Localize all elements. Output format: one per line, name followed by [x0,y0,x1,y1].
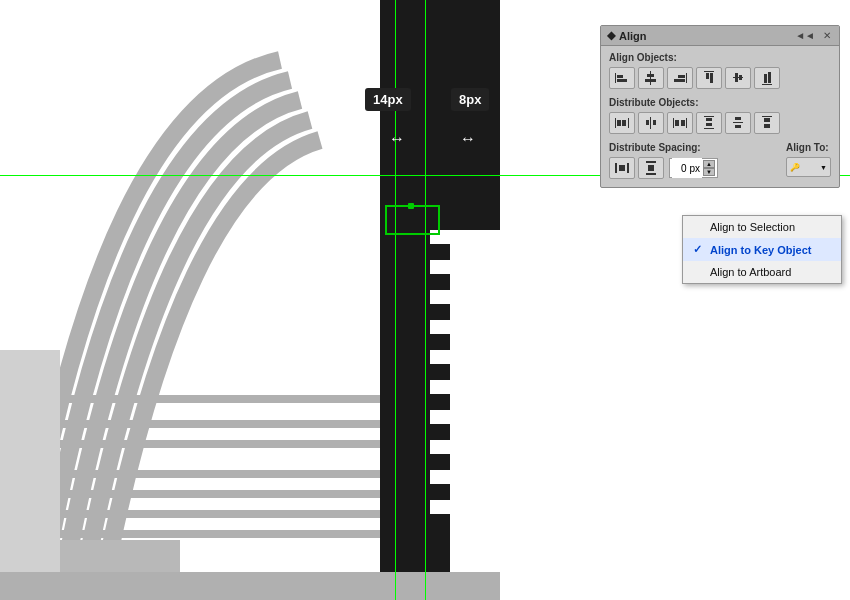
dist-center-v-button[interactable] [725,112,751,134]
svg-rect-33 [704,71,714,72]
align-to-dropdown-menu: Align to Selection ✓ Align to Key Object… [682,215,842,284]
panel-titlebar: ◆ Align ◄◄ ✕ [601,26,839,46]
align-to-icon: 🔑 [790,163,800,172]
align-bottom-button[interactable] [754,67,780,89]
svg-rect-18 [430,410,500,424]
svg-rect-28 [647,74,654,77]
distribute-objects-label: Distribute Objects: [609,97,831,108]
svg-rect-31 [678,75,685,78]
arrow-indicator-8: ↔ [453,130,483,148]
dist-space-h-button[interactable] [609,157,635,179]
align-to-dropdown[interactable]: 🔑 ▼ [786,157,831,177]
svg-rect-43 [617,120,621,126]
svg-rect-6 [10,420,380,428]
align-right-button[interactable] [667,67,693,89]
dropdown-label-key-object: Align to Key Object [710,244,811,256]
spin-up-button[interactable]: ▲ [703,160,715,168]
align-center-v-button[interactable] [725,67,751,89]
svg-rect-65 [619,165,625,171]
svg-rect-14 [430,290,500,304]
svg-rect-53 [704,116,714,117]
distribute-spacing-label: Distribute Spacing: [609,142,778,153]
svg-rect-66 [646,161,656,163]
svg-rect-7 [20,395,380,403]
svg-rect-30 [686,73,687,83]
dist-center-h-button[interactable] [638,112,664,134]
svg-rect-26 [617,79,627,82]
distance-label-8: 8px [451,88,489,111]
svg-rect-68 [648,165,654,171]
svg-rect-17 [430,380,500,394]
svg-rect-58 [735,117,741,120]
svg-rect-21 [430,500,500,514]
panel-close-button[interactable]: ✕ [821,30,833,41]
svg-rect-19 [430,440,500,454]
svg-rect-56 [704,128,714,129]
svg-rect-61 [764,118,770,122]
svg-rect-13 [430,260,500,274]
dropdown-label-artboard: Align to Artboard [710,266,791,278]
dropdown-item-key-object[interactable]: ✓ Align to Key Object [683,238,841,261]
svg-rect-27 [650,71,651,85]
align-objects-label: Align Objects: [609,52,831,63]
svg-rect-63 [615,163,617,173]
dist-bottom-button[interactable] [754,112,780,134]
svg-rect-39 [762,84,772,85]
dropdown-item-artboard[interactable]: Align to Artboard [683,261,841,283]
svg-rect-60 [762,116,772,117]
svg-rect-59 [735,125,741,128]
align-center-h-button[interactable] [638,67,664,89]
svg-rect-5 [10,440,380,448]
svg-rect-64 [627,163,629,173]
spinner: ▲ ▼ [703,160,715,176]
spin-down-button[interactable]: ▼ [703,168,715,176]
svg-rect-52 [686,118,687,128]
canvas: 14px 8px ↔ ↔ ◆ Align ◄◄ ✕ Align Objects: [0,0,850,600]
arrow-indicator-14: ↔ [372,130,422,148]
panel-title-text: Align [619,30,647,42]
dist-space-v-button[interactable] [638,157,664,179]
align-icon: ◆ [607,29,615,42]
svg-rect-54 [706,118,712,121]
svg-rect-48 [653,120,656,125]
align-to-section: Align To: 🔑 ▼ [786,142,831,177]
svg-rect-55 [706,123,712,126]
svg-rect-47 [646,120,649,125]
svg-rect-41 [768,72,771,83]
align-left-button[interactable] [609,67,635,89]
svg-rect-51 [681,120,685,126]
svg-rect-67 [646,173,656,175]
dist-left-button[interactable] [609,112,635,134]
distance-label-14: 14px [365,88,411,111]
svg-rect-32 [674,79,685,82]
svg-rect-35 [710,73,713,83]
svg-rect-49 [673,118,674,128]
svg-rect-45 [628,118,629,128]
check-key-object: ✓ [693,243,705,256]
svg-rect-37 [735,73,738,82]
distribute-objects-buttons [609,112,831,134]
dist-right-button[interactable] [667,112,693,134]
svg-rect-9 [0,350,60,590]
panel-controls: ◄◄ ✕ [793,30,833,41]
dist-top-button[interactable] [696,112,722,134]
svg-rect-24 [615,73,616,83]
align-to-label: Align To: [786,142,831,153]
dropdown-label-selection: Align to Selection [710,221,795,233]
svg-rect-16 [430,350,500,364]
svg-rect-46 [650,117,651,129]
svg-rect-42 [615,118,616,128]
selection-handle [408,203,414,209]
panel-body: Align Objects: [601,46,839,187]
spacing-value-input[interactable] [672,158,702,178]
align-top-button[interactable] [696,67,722,89]
svg-rect-34 [706,73,709,79]
svg-rect-29 [645,79,656,82]
dropdown-item-selection[interactable]: Align to Selection [683,216,841,238]
svg-rect-38 [739,75,742,80]
svg-rect-57 [733,122,743,123]
panel-collapse-button[interactable]: ◄◄ [793,30,817,41]
svg-rect-25 [617,75,623,78]
bottom-section: Distribute Spacing: ▲ ▼ [609,142,831,181]
align-panel: ◆ Align ◄◄ ✕ Align Objects: [600,25,840,188]
